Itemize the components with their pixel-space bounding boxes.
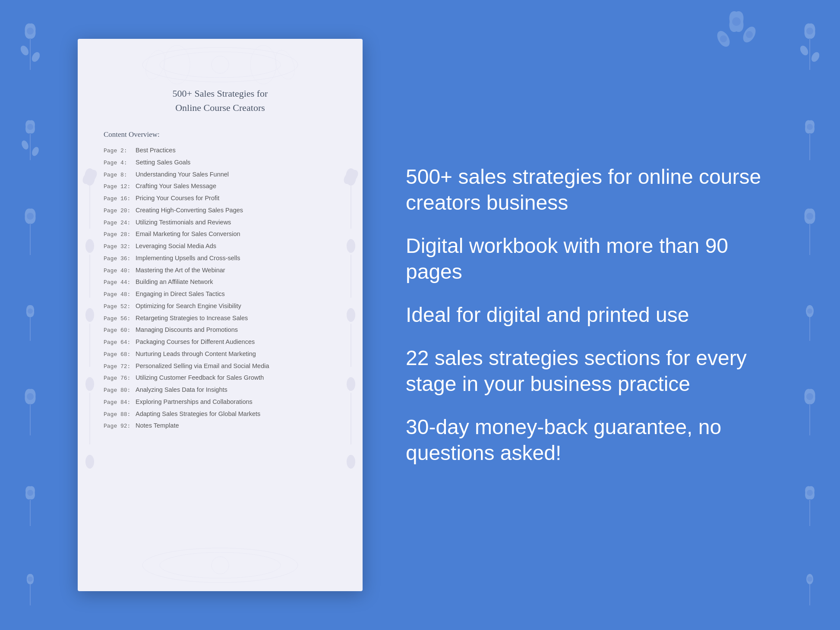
feature-text-3: 22 sales strategies sections for every s… (406, 345, 762, 397)
toc-item: Page 68:Nurturing Leads through Content … (104, 350, 337, 359)
content-overview-label: Content Overview: (104, 130, 337, 139)
document-panel: 500+ Sales Strategies for Online Course … (78, 39, 363, 591)
main-content: 500+ Sales Strategies for Online Course … (0, 0, 840, 630)
toc-item: Page 72:Personalized Selling via Email a… (104, 362, 337, 371)
toc-item: Page 20:Creating High-Converting Sales P… (104, 206, 337, 215)
toc-item: Page 32:Leveraging Social Media Ads (104, 242, 337, 251)
svg-point-69 (212, 56, 229, 73)
toc-item: Page 44:Building an Affiliate Network (104, 277, 337, 287)
toc-item: Page 56:Retargeting Strategies to Increa… (104, 314, 337, 323)
right-panel: 500+ sales strategies for online course … (397, 164, 762, 466)
feature-text-2: Ideal for digital and printed use (406, 302, 762, 328)
svg-point-96 (212, 557, 229, 574)
svg-point-68 (160, 52, 281, 78)
feature-text-0: 500+ sales strategies for online course … (406, 164, 762, 216)
toc-item: Page 84:Exploring Partnerships and Colla… (104, 397, 337, 407)
toc-item: Page 76:Utilizing Customer Feedback for … (104, 373, 337, 383)
svg-point-71 (250, 45, 276, 84)
svg-point-87 (347, 239, 355, 253)
svg-point-83 (85, 455, 94, 469)
toc-item: Page 52:Optimizing for Search Engine Vis… (104, 302, 337, 311)
toc-item: Page 60:Managing Discounts and Promotion… (104, 325, 337, 335)
doc-watermark-bottom (78, 539, 363, 591)
toc-item: Page 2:Best Practices (104, 146, 337, 155)
svg-point-67 (142, 47, 298, 82)
doc-watermark-top (78, 39, 363, 91)
svg-point-93 (347, 455, 355, 469)
svg-point-77 (85, 239, 94, 253)
svg-point-81 (85, 377, 94, 391)
document-title: 500+ Sales Strategies for Online Course … (104, 86, 337, 115)
svg-point-70 (164, 45, 190, 84)
toc-item: Page 8:Understanding Your Sales Funnel (104, 170, 337, 180)
toc-item: Page 24:Utilizing Testimonials and Revie… (104, 218, 337, 227)
toc-item: Page 28:Email Marketing for Sales Conver… (104, 230, 337, 239)
toc-item: Page 88:Adapting Sales Strategies for Gl… (104, 410, 337, 419)
toc-list: Page 2:Best PracticesPage 4:Setting Sale… (104, 146, 337, 431)
toc-item: Page 16:Pricing Your Courses for Profit (104, 194, 337, 203)
toc-item: Page 64:Packaging Courses for Different … (104, 337, 337, 347)
doc-right-decoration (339, 82, 363, 548)
feature-text-1: Digital workbook with more than 90 pages (406, 233, 762, 285)
toc-item: Page 36:Implementing Upsells and Cross-s… (104, 254, 337, 263)
toc-item: Page 80:Analyzing Sales Data for Insight… (104, 385, 337, 395)
toc-item: Page 48:Engaging in Direct Sales Tactics (104, 290, 337, 299)
toc-item: Page 40:Mastering the Art of the Webinar (104, 266, 337, 275)
svg-point-91 (347, 377, 355, 391)
svg-point-73 (272, 47, 298, 82)
svg-point-89 (347, 308, 355, 322)
svg-point-79 (85, 308, 94, 322)
toc-item: Page 4:Setting Sales Goals (104, 158, 337, 167)
feature-text-4: 30-day money-back guarantee, no question… (406, 414, 762, 466)
svg-point-95 (160, 552, 281, 578)
svg-point-72 (142, 47, 169, 82)
toc-item: Page 12:Crafting Your Sales Message (104, 182, 337, 191)
svg-point-94 (142, 548, 298, 583)
toc-item: Page 92:Notes Template (104, 421, 337, 431)
doc-left-decoration (78, 82, 101, 548)
